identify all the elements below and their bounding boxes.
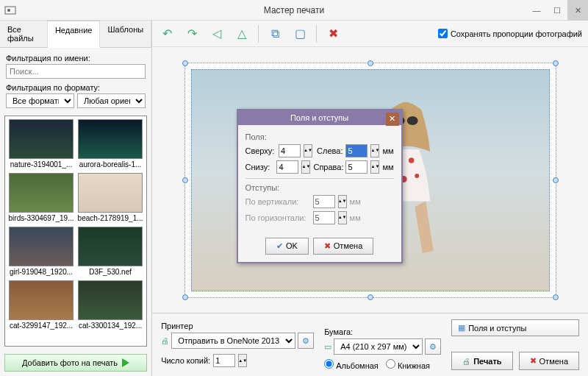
svg-point-1 (7, 9, 10, 12)
cancel-button[interactable]: ✖Отмена (313, 238, 373, 255)
mm-label: мм (350, 197, 361, 206)
paper-select[interactable]: A4 (210 x 297 мм) (334, 338, 423, 355)
horz-label: По горизонтали: (245, 213, 310, 222)
margins-icon: ▦ (458, 323, 465, 333)
spinner[interactable]: ▲▼ (301, 160, 310, 174)
thumb-item[interactable]: cat-3299147_192... (8, 280, 74, 330)
resize-handle[interactable] (182, 177, 188, 183)
thumb-item[interactable]: aurora-borealis-1... (77, 119, 143, 169)
resize-handle[interactable] (182, 294, 188, 300)
filter-name-label: Фильтрация по имени: (6, 54, 146, 63)
maximize-button[interactable]: ☐ (547, 0, 567, 21)
right-panel: ↶ ↷ ◁ △ ⧉ ▢ ✖ Сохранять пропорции фотогр… (152, 21, 588, 376)
orientation-select[interactable]: Любая ориентация (77, 93, 146, 108)
svg-point-4 (407, 116, 418, 125)
format-select[interactable]: Все форматы (6, 93, 74, 108)
flip-v-icon[interactable]: △ (233, 25, 251, 43)
left-panel: Все файлы Недавние Шаблоны Фильтрация по… (0, 21, 152, 376)
print-button[interactable]: 🖨Печать (451, 352, 512, 370)
tab-templates[interactable]: Шаблоны (100, 21, 151, 47)
titlebar: Мастер печати ― ☐ ✕ (0, 0, 588, 21)
spinner: ▲▼ (338, 211, 347, 224)
app-icon (4, 4, 16, 16)
close-button[interactable]: ✕ (567, 0, 588, 21)
printer-select[interactable]: Отправить в OneNote 2013 (171, 333, 295, 349)
landscape-radio[interactable]: Альбомная (324, 359, 379, 370)
copy-icon[interactable]: ⧉ (266, 25, 284, 43)
resize-handle[interactable] (553, 60, 559, 66)
margins-dialog: Поля и отступы ✕ Поля: Сверху: ▲▼ Слева:… (237, 109, 403, 263)
tab-recent[interactable]: Недавние (48, 21, 101, 48)
printer-settings-button[interactable]: ⚙ (298, 333, 314, 349)
main-cancel-button[interactable]: ✖Отмена (519, 352, 579, 370)
printer-label: Принтер (161, 322, 314, 330)
horz-input (313, 211, 335, 224)
add-photo-button[interactable]: Добавить фото на печать (4, 354, 147, 372)
spinner: ▲▼ (338, 195, 347, 208)
separator (316, 25, 317, 43)
thumb-item[interactable]: beach-2178919_1... (77, 173, 143, 222)
resize-handle[interactable] (553, 294, 559, 300)
thumb-item[interactable]: cat-3300134_192... (77, 280, 143, 330)
keep-proportions-checkbox[interactable]: Сохранять пропорции фотографий (438, 29, 582, 38)
spinner[interactable]: ▲▼ (370, 144, 379, 157)
right-label: Справа: (313, 163, 343, 171)
thumb-item[interactable]: girl-919048_1920... (8, 227, 74, 276)
left-input[interactable] (345, 144, 368, 157)
rotate-right-icon[interactable]: ↷ (183, 25, 201, 43)
resize-handle[interactable] (553, 177, 559, 183)
spinner[interactable]: ▲▼ (238, 354, 247, 367)
canvas-area: Поля и отступы ✕ Поля: Сверху: ▲▼ Слева:… (152, 47, 588, 313)
paper-preview[interactable]: Поля и отступы ✕ Поля: Сверху: ▲▼ Слева:… (184, 63, 556, 298)
right-input[interactable] (345, 160, 368, 174)
bottom-input[interactable] (276, 160, 298, 174)
svg-point-6 (409, 157, 415, 163)
toolbar: ↶ ↷ ◁ △ ⧉ ▢ ✖ Сохранять пропорции фотогр… (152, 21, 588, 47)
printer-icon: 🖨 (161, 336, 169, 345)
crop-icon[interactable]: ▢ (291, 25, 309, 43)
arrow-right-icon (122, 358, 129, 367)
filter-format-label: Фильтрация по формату: (6, 83, 146, 92)
fields-label: Поля: (245, 132, 394, 141)
page-icon: ▭ (324, 342, 331, 352)
margins-button[interactable]: ▦ Поля и отступы (451, 319, 579, 336)
separator (258, 25, 259, 43)
flip-h-icon[interactable]: ◁ (208, 25, 226, 43)
top-input[interactable] (279, 144, 301, 157)
paper-settings-button[interactable]: ⚙ (425, 338, 441, 355)
mm-label: мм (382, 146, 393, 155)
spinner[interactable]: ▲▼ (304, 144, 312, 157)
resize-handle[interactable] (368, 60, 373, 66)
ok-button[interactable]: ✔OK (265, 238, 309, 255)
portrait-radio[interactable]: Книжная (386, 359, 430, 370)
bottom-bar: Принтер 🖨 Отправить в OneNote 2013 ⚙ Чис… (152, 313, 588, 376)
top-label: Сверху: (245, 146, 276, 155)
rotate-left-icon[interactable]: ↶ (158, 25, 176, 43)
thumbnail-grid[interactable]: nature-3194001_... aurora-borealis-1... … (4, 116, 147, 347)
svg-point-8 (415, 174, 419, 178)
dialog-close-button[interactable]: ✕ (386, 113, 399, 126)
spinner[interactable]: ▲▼ (370, 160, 379, 174)
vert-input (313, 195, 335, 208)
minimize-button[interactable]: ― (526, 0, 547, 21)
search-input[interactable] (6, 64, 146, 79)
bottom-label: Снизу: (245, 163, 274, 171)
delete-icon[interactable]: ✖ (324, 25, 342, 43)
window-title: Мастер печати (264, 5, 324, 15)
mm-label: мм (382, 163, 393, 171)
tab-all-files[interactable]: Все файлы (0, 21, 48, 47)
mm-label: мм (350, 213, 361, 222)
resize-handle[interactable] (368, 294, 373, 300)
source-tabs: Все файлы Недавние Шаблоны (0, 21, 151, 48)
copies-input[interactable] (213, 354, 235, 367)
paper-label: Бумага: (324, 327, 441, 336)
left-label: Слева: (315, 146, 343, 155)
resize-handle[interactable] (182, 60, 188, 66)
margins-label: Отступы: (245, 183, 394, 192)
thumb-item[interactable]: birds-3304697_19... (8, 173, 74, 222)
thumb-item[interactable]: D3F_530.nef (77, 227, 143, 276)
copies-label: Число копий: (161, 356, 210, 365)
dialog-titlebar[interactable]: Поля и отступы ✕ (238, 110, 401, 125)
vert-label: По вертикали: (245, 197, 310, 206)
thumb-item[interactable]: nature-3194001_... (8, 119, 74, 169)
